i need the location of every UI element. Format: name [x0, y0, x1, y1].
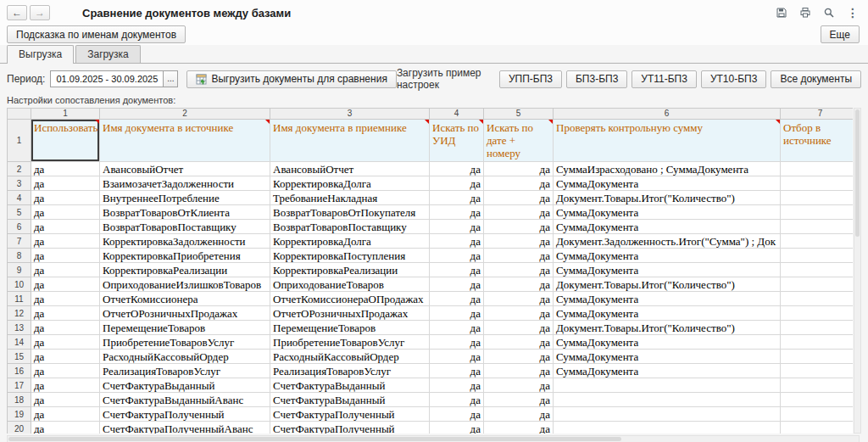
cell-filter[interactable] — [781, 191, 854, 205]
cell-search-uid[interactable]: да — [430, 263, 484, 277]
cell-target-name[interactable]: ПриобретениеТоваровУслуг — [270, 335, 430, 350]
cell-checksum[interactable] — [554, 422, 781, 434]
cell-checksum[interactable] — [554, 378, 781, 393]
sample-all-documents-button[interactable]: Все документы — [771, 70, 861, 88]
cell-target-name[interactable]: КорректировкаДолга — [270, 234, 430, 249]
cell-checksum[interactable]: СуммаДокумента — [554, 205, 781, 220]
cell-target-name[interactable]: ВозвратТоваровОтПокупателя — [270, 205, 430, 220]
cell-filter[interactable] — [781, 234, 854, 249]
cell-filter[interactable] — [781, 321, 854, 335]
cell-target-name[interactable]: ВозвратТоваровПоставщику — [270, 220, 430, 234]
cell-source-name[interactable]: СчетФактураПолученный — [100, 407, 270, 422]
cell-search-uid[interactable]: да — [430, 162, 484, 176]
cell-filter[interactable] — [781, 249, 854, 263]
cell-search-uid[interactable]: да — [430, 234, 484, 249]
cell-search-datenum[interactable]: да — [484, 407, 554, 422]
period-picker-button[interactable]: ... — [164, 70, 178, 87]
cell-checksum[interactable]: СуммаДокумента — [554, 249, 781, 263]
cell-search-datenum[interactable]: да — [484, 350, 554, 364]
cell-search-datenum[interactable]: да — [484, 263, 554, 277]
row-number[interactable]: 16 — [8, 364, 31, 378]
cell-search-uid[interactable]: да — [430, 422, 484, 434]
cell-checksum[interactable]: СуммаДокумента — [554, 220, 781, 234]
cell-filter[interactable] — [781, 393, 854, 407]
column-number[interactable]: 3 — [270, 109, 430, 120]
column-number[interactable]: 1 — [31, 109, 100, 120]
row-number[interactable]: 13 — [8, 321, 31, 335]
forward-icon[interactable]: → — [30, 5, 50, 20]
cell-filter[interactable] — [781, 292, 854, 306]
cell-search-datenum[interactable]: да — [484, 205, 554, 220]
cell-checksum[interactable]: СуммаДокумента — [554, 364, 781, 378]
cell-search-uid[interactable]: да — [430, 220, 484, 234]
cell-target-name[interactable]: СчетФактураВыданный — [270, 378, 430, 393]
column-number[interactable]: 7 — [781, 109, 854, 120]
export-documents-button[interactable]: Выгрузить документы для сравнения — [186, 70, 396, 88]
cell-checksum[interactable]: СуммаИзрасходовано ; СуммаДокумента — [554, 162, 781, 176]
cell-source-name[interactable]: ПриобретениеТоваровУслуг — [100, 335, 270, 350]
column-number[interactable]: 6 — [554, 109, 781, 120]
cell-search-datenum[interactable]: да — [484, 162, 554, 176]
cell-target-name[interactable]: КорректировкаДолга — [270, 176, 430, 191]
cell-search-uid[interactable]: да — [430, 205, 484, 220]
cell-source-name[interactable]: ВзаимозачетЗадолженности — [100, 176, 270, 191]
cell-source-name[interactable]: КорректировкаЗадолженности — [100, 234, 270, 249]
cell-source-name[interactable]: АвансовыйОтчет — [100, 162, 270, 176]
header-source-name[interactable]: Имя документа в источнике — [100, 120, 270, 162]
cell-target-name[interactable]: КорректировкаПоступления — [270, 249, 430, 263]
cell-use[interactable]: да — [31, 191, 100, 205]
cell-source-name[interactable]: РасходныйКассовыйОрдер — [100, 350, 270, 364]
row-number[interactable]: 3 — [8, 176, 31, 191]
cell-use[interactable]: да — [31, 378, 100, 393]
row-number[interactable]: 5 — [8, 205, 31, 220]
cell-source-name[interactable]: РеализацияТоваровУслуг — [100, 364, 270, 378]
cell-search-uid[interactable]: да — [430, 407, 484, 422]
cell-source-name[interactable]: СчетФактураПолученныйАванс — [100, 422, 270, 434]
cell-checksum[interactable]: Документ.Товары.Итог("Количество") — [554, 321, 781, 335]
row-number[interactable]: 6 — [8, 220, 31, 234]
row-number[interactable]: 17 — [8, 378, 31, 393]
cell-checksum[interactable] — [554, 393, 781, 407]
header-filter[interactable]: Отбор в источнике — [781, 120, 854, 162]
row-number[interactable]: 14 — [8, 335, 31, 350]
cell-filter[interactable] — [781, 407, 854, 422]
header-search-uid[interactable]: Искать по УИД — [430, 120, 484, 162]
cell-use[interactable]: да — [31, 263, 100, 277]
cell-source-name[interactable]: ВозвратТоваровОтКлиента — [100, 205, 270, 220]
cell-checksum[interactable]: СуммаДокумента — [554, 306, 781, 321]
cell-search-uid[interactable]: да — [430, 191, 484, 205]
header-checksum[interactable]: Проверять контрольную сумму — [554, 120, 781, 162]
cell-filter[interactable] — [781, 364, 854, 378]
sample-ut10-bp3-button[interactable]: УТ10-БП3 — [701, 70, 766, 88]
cell-filter[interactable] — [781, 306, 854, 321]
grid-corner[interactable] — [8, 109, 31, 120]
cell-search-datenum[interactable]: да — [484, 176, 554, 191]
cell-filter[interactable] — [781, 205, 854, 220]
row-number[interactable]: 1 — [8, 120, 31, 162]
cell-target-name[interactable]: СчетФактураПолученный — [270, 422, 430, 434]
cell-target-name[interactable]: РеализацияТоваровУслуг — [270, 364, 430, 378]
cell-checksum[interactable]: СуммаДокумента — [554, 350, 781, 364]
row-number[interactable]: 19 — [8, 407, 31, 422]
kebab-icon[interactable]: ⋮ — [846, 6, 860, 20]
sample-upp-bp3-button[interactable]: УПП-БП3 — [499, 70, 562, 88]
horizontal-scrollbar-thumb[interactable] — [8, 437, 621, 441]
cell-source-name[interactable]: КорректировкаПриобретения — [100, 249, 270, 263]
cell-search-uid[interactable]: да — [430, 277, 484, 292]
cell-search-datenum[interactable]: да — [484, 378, 554, 393]
cell-use[interactable]: да — [31, 220, 100, 234]
cell-search-uid[interactable]: да — [430, 321, 484, 335]
back-icon[interactable]: ← — [7, 5, 27, 20]
cell-checksum[interactable]: СуммаДокумента — [554, 335, 781, 350]
cell-target-name[interactable]: ОтчетКомиссионераОПродажах — [270, 292, 430, 306]
period-input[interactable] — [50, 70, 164, 87]
cell-search-datenum[interactable]: да — [484, 393, 554, 407]
cell-filter[interactable] — [781, 263, 854, 277]
cell-use[interactable]: да — [31, 321, 100, 335]
cell-filter[interactable] — [781, 350, 854, 364]
cell-use[interactable]: да — [31, 407, 100, 422]
hint-button[interactable]: Подсказка по именам документов — [7, 25, 186, 43]
print-icon[interactable] — [798, 6, 812, 20]
cell-search-datenum[interactable]: да — [484, 277, 554, 292]
tab-vygruzka[interactable]: Выгрузка — [7, 45, 74, 64]
